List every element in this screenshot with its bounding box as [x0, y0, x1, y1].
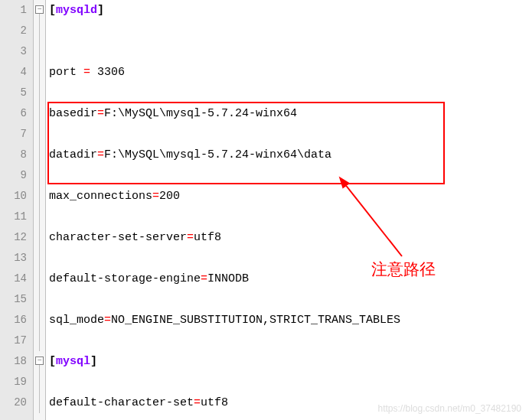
fold-cell [34, 62, 45, 83]
fold-cell: − [34, 0, 45, 21]
token-txt: NO_ENGINE_SUBSTITUTION,STRICT_TRANS_TABL… [111, 314, 400, 327]
code-line[interactable]: character-set-server=utf8 [46, 227, 529, 248]
code-line[interactable]: datadir=F:\MySQL\mysql-5.7.24-winx64\dat… [46, 145, 529, 165]
fold-cell [34, 41, 45, 62]
fold-cell [34, 186, 45, 207]
token-txt: datadir [49, 148, 97, 161]
token-kw-bracket: [ [49, 4, 56, 17]
line-number: 5 [0, 83, 33, 103]
token-op-eq: = [104, 314, 111, 327]
token-op-eq: = [201, 272, 207, 285]
line-number: 6 [0, 103, 33, 124]
line-number: 9 [0, 165, 33, 186]
token-txt: F:\MySQL\mysql-5.7.24-winx64 [104, 107, 297, 120]
line-number: 13 [0, 248, 33, 269]
token-txt: F:\MySQL\mysql-5.7.24-winx64\data [104, 148, 331, 161]
watermark: https://blog.csdn.net/m0_37482190 [378, 403, 521, 414]
fold-minus-icon[interactable]: − [35, 357, 44, 365]
token-kw-bracket: ] [97, 4, 104, 17]
code-line[interactable] [46, 124, 529, 145]
fold-cell [34, 392, 45, 413]
token-kw-bracket: ] [90, 355, 97, 368]
fold-cell [34, 103, 45, 124]
line-number: 14 [0, 269, 33, 289]
code-line[interactable] [46, 165, 529, 186]
token-op-eq: = [187, 231, 194, 244]
token-txt: default-storage-engine [49, 272, 201, 285]
line-number: 11 [0, 207, 33, 227]
fold-cell [34, 124, 45, 145]
token-txt: 3306 [90, 66, 125, 79]
fold-cell: − [34, 351, 45, 372]
token-op-eq: = [152, 190, 159, 203]
fold-cell [34, 289, 45, 310]
fold-minus-icon[interactable]: − [35, 5, 44, 14]
token-op-eq: = [83, 66, 90, 79]
line-number: 17 [0, 330, 33, 351]
fold-cell [34, 310, 45, 330]
fold-gutter: −− [34, 0, 46, 420]
code-line[interactable]: port = 3306 [46, 62, 529, 83]
code-line[interactable] [46, 83, 529, 103]
fold-cell [34, 372, 45, 392]
token-txt: port [49, 66, 83, 79]
code-line[interactable]: default-storage-engine=INNODB [46, 269, 529, 289]
annotation-text: 注意路径 [371, 259, 436, 280]
code-line[interactable] [46, 330, 529, 351]
fold-cell [34, 269, 45, 289]
code-line[interactable]: sql_mode=NO_ENGINE_SUBSTITUTION,STRICT_T… [46, 310, 529, 330]
code-line[interactable] [46, 21, 529, 41]
line-number: 15 [0, 289, 33, 310]
token-kw-section: mysql [56, 355, 90, 368]
code-line[interactable] [46, 289, 529, 310]
fold-cell [34, 207, 45, 227]
fold-cell [34, 330, 45, 351]
token-op-eq: = [97, 148, 104, 161]
line-number: 3 [0, 41, 33, 62]
code-line[interactable] [46, 248, 529, 269]
code-line[interactable] [46, 207, 529, 227]
code-editor[interactable]: 1234567891011121314151617181920 −− [mysq… [0, 0, 529, 420]
line-number: 10 [0, 186, 33, 207]
token-op-eq: = [97, 107, 104, 120]
token-txt: utf8 [194, 231, 221, 244]
line-number: 18 [0, 351, 33, 372]
line-number: 2 [0, 21, 33, 41]
line-number-gutter: 1234567891011121314151617181920 [0, 0, 34, 420]
line-number: 8 [0, 145, 33, 165]
token-txt: max_connections [49, 190, 152, 203]
token-kw-bracket: [ [49, 355, 56, 368]
code-line[interactable]: [mysqld] [46, 0, 529, 21]
token-txt: utf8 [201, 396, 228, 409]
token-txt: default-character-set [49, 396, 194, 409]
code-area[interactable]: [mysqld]port = 3306basedir=F:\MySQL\mysq… [46, 0, 529, 420]
line-number: 20 [0, 392, 33, 413]
code-line[interactable] [46, 372, 529, 392]
code-line[interactable] [46, 41, 529, 62]
fold-cell [34, 83, 45, 103]
fold-cell [34, 248, 45, 269]
code-line[interactable]: max_connections=200 [46, 186, 529, 207]
code-line[interactable]: basedir=F:\MySQL\mysql-5.7.24-winx64 [46, 103, 529, 124]
token-txt: basedir [49, 107, 97, 120]
code-line[interactable]: [mysql] [46, 351, 529, 372]
line-number: 12 [0, 227, 33, 248]
fold-cell [34, 145, 45, 165]
token-txt: sql_mode [49, 314, 104, 327]
fold-cell [34, 21, 45, 41]
line-number: 7 [0, 124, 33, 145]
token-kw-section: mysqld [56, 4, 97, 17]
token-op-eq: = [194, 396, 201, 409]
token-txt: 200 [159, 190, 180, 203]
line-number: 16 [0, 310, 33, 330]
token-txt: INNODB [207, 272, 249, 285]
line-number: 19 [0, 372, 33, 392]
fold-cell [34, 165, 45, 186]
line-number: 1 [0, 0, 33, 21]
token-txt: character-set-server [49, 231, 187, 244]
line-number: 4 [0, 62, 33, 83]
fold-cell [34, 227, 45, 248]
